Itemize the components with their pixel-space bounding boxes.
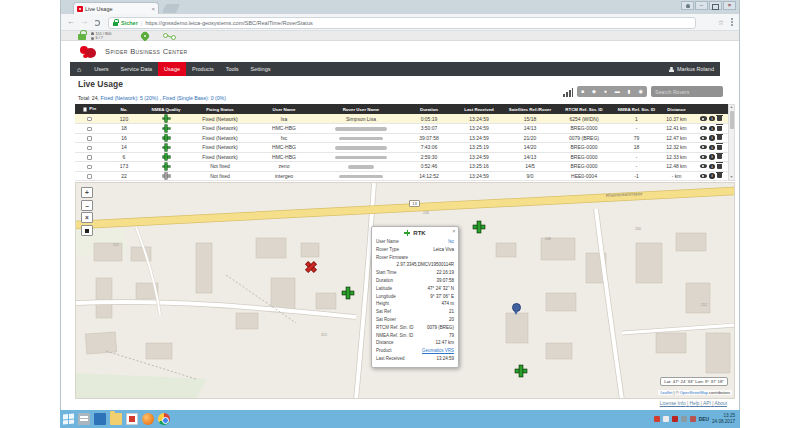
chart-view-icon[interactable] [563,88,573,97]
square-icon[interactable]: ■ [581,89,584,94]
new-tab-button[interactable] [162,4,180,13]
message-icon[interactable]: ▬ [615,89,620,94]
close-button[interactable]: × [723,1,736,10]
popup-close-icon[interactable]: × [452,229,455,234]
delete-icon[interactable] [717,135,722,140]
current-user[interactable]: Markus Roland [663,62,720,76]
table-row[interactable]: 14 Fixed (Network) HMC-HBG 7:43:06 13:25… [75,143,728,153]
green-cross-marker[interactable] [516,366,527,377]
globe-icon[interactable]: ◉ [639,89,643,94]
pin-checkbox[interactable] [87,117,92,122]
delete-icon[interactable] [717,145,722,150]
zoom-out-button[interactable]: – [81,200,93,211]
bookmark-star-icon[interactable]: ☆ [718,18,724,27]
summary-fixed-single[interactable]: Fixed (Single Base): 0 (0%) [163,95,226,101]
draw-rect-button[interactable] [81,225,93,236]
summary-fixed-network[interactable]: Fixed (Network): 5 (20%) [101,95,159,101]
delete-icon[interactable] [717,164,722,169]
tray-icon-4[interactable] [681,416,687,422]
view-on-map-icon[interactable] [700,155,707,159]
forward-icon[interactable]: → [80,17,88,27]
info-icon[interactable]: i [709,154,715,160]
zoom-extent-button[interactable]: × [81,212,93,223]
pin-checkbox[interactable] [87,127,92,132]
pin-checkbox[interactable] [87,174,92,179]
profile-icon[interactable] [681,1,694,10]
delete-icon[interactable] [717,173,722,178]
about-link[interactable]: About [714,401,727,406]
minimize-button[interactable]: – [695,1,708,10]
info-icon[interactable]: i [709,145,715,151]
refresh-icon[interactable] [94,20,100,26]
taskbar-clock[interactable]: 13:25 24.08.2017 [712,413,737,424]
blue-pin-marker[interactable] [512,303,520,315]
nav-item-usage[interactable]: Usage [158,62,186,76]
table-scrollbar[interactable]: ▲ ▼ [728,104,735,181]
back-icon[interactable]: ← [67,17,75,27]
green-cross-marker[interactable] [343,288,354,299]
pin-checkbox[interactable] [87,146,92,151]
tray-icon-2[interactable] [663,416,669,422]
nav-item-tools[interactable]: Tools [220,62,245,76]
taskbar-app-icon-2[interactable] [94,413,106,425]
trash-icon[interactable]: ▮ [628,89,631,94]
info-icon[interactable]: i [709,135,715,141]
delete-icon[interactable] [717,154,722,159]
license-info-link[interactable]: License Info [660,401,690,406]
info-icon[interactable]: i [709,126,715,132]
tray-icon-5[interactable] [690,416,696,422]
diamond-icon[interactable]: ◆ [592,89,596,94]
browser-tab[interactable]: Live Usage × [73,2,159,14]
view-on-map-icon[interactable] [700,116,707,120]
tab-close-icon[interactable]: × [151,6,155,12]
scroll-down-icon[interactable]: ▼ [729,175,734,180]
taskbar-app-icon-3[interactable] [126,413,138,425]
browser-menu-icon[interactable] [731,21,733,23]
view-on-map-icon[interactable] [700,164,707,168]
view-on-map-icon[interactable] [700,174,707,178]
osm-link[interactable]: OpenStreetMap [680,390,708,395]
popup-link[interactable]: fsc [448,238,454,246]
delete-icon[interactable] [717,126,722,131]
green-cross-marker[interactable] [474,222,485,233]
taskbar-app-icon-1[interactable] [78,413,90,425]
select-all-checkbox[interactable] [83,107,88,112]
nav-item-users[interactable]: Users [88,62,114,76]
table-row[interactable]: 18 Fixed (Network) HMC-HBG 3:50:07 13:24… [75,124,728,134]
help-link[interactable]: Help [690,401,704,406]
table-row[interactable]: 173 Not fixed zeno 0:52:46 13:25:16 14/5… [75,162,728,172]
network-link-icon[interactable] [163,33,179,41]
info-icon[interactable]: i [709,116,715,122]
table-row[interactable]: 6 Fixed (Network) HMC-HBG 2:59:30 13:24:… [75,152,728,162]
nav-item-service-data[interactable]: Service Data [115,62,159,76]
firefox-icon[interactable] [142,413,154,425]
delete-icon[interactable] [717,116,722,121]
popup-link[interactable]: Geomatics VRS [422,347,454,355]
maximize-button[interactable] [709,1,722,10]
map-canvas[interactable]: 13 Rheineckerstrasse + – × × RTK User Na… [75,182,735,399]
file-explorer-icon[interactable] [110,413,122,425]
table-row[interactable]: 120 Fixed (Network) lsa Simpson Lisa 0:0… [75,114,728,124]
pin-checkbox[interactable] [87,136,92,141]
nav-item-products[interactable]: Products [186,62,220,76]
leaflet-link[interactable]: Leaflet [660,390,672,395]
api-link[interactable]: API [703,401,714,406]
view-on-map-icon[interactable] [700,126,707,130]
map-pin-icon[interactable] [139,30,150,41]
view-on-map-icon[interactable] [700,136,707,140]
keyboard-language[interactable]: DEU [699,417,709,422]
address-bar[interactable]: Sicher | https://gnssdemo.leica-geosyste… [108,17,696,29]
home-icon[interactable]: ⌂ [70,62,88,76]
start-button[interactable] [63,413,74,424]
table-row[interactable]: 22 Not fixed intergeo 14:12:52 13:24:59 … [75,171,728,181]
pin-checkbox[interactable] [87,165,92,170]
info-icon[interactable]: i [709,173,715,179]
location-icon[interactable]: ● [604,89,607,94]
tray-icon-3[interactable] [672,416,678,422]
scroll-up-icon[interactable]: ▲ [729,105,734,110]
search-input[interactable] [651,86,723,97]
zoom-in-button[interactable]: + [81,187,93,198]
pin-checkbox[interactable] [87,155,92,160]
chrome-icon[interactable] [158,413,170,425]
scrollbar-thumb[interactable] [730,111,734,129]
